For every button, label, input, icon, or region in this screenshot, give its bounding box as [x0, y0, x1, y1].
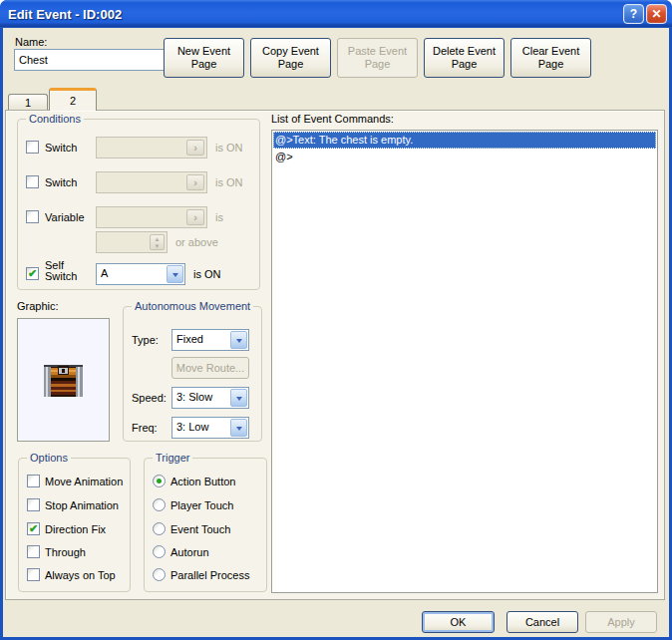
direction-fix-label: Direction Fix — [45, 523, 106, 535]
cancel-button[interactable]: Cancel — [506, 611, 578, 633]
event-touch-radio[interactable] — [153, 522, 166, 535]
help-button[interactable]: ? — [623, 4, 644, 24]
self-switch-label: Self Switch — [45, 260, 77, 282]
conditions-group-title: Conditions — [26, 113, 84, 125]
event-page-buttons: New Event PageCopy Event PagePaste Event… — [164, 38, 591, 78]
tab-label: 1 — [25, 97, 31, 109]
speed-label: Speed: — [132, 392, 167, 404]
chevron-down-icon — [172, 273, 178, 280]
through-label: Through — [45, 546, 86, 558]
parallel-process-radio[interactable] — [153, 568, 166, 581]
tab-page-1[interactable]: 1 — [8, 94, 48, 111]
clear-event-page-button[interactable]: Clear Event Page — [510, 38, 591, 78]
variable-amount-suffix: or above — [175, 236, 218, 248]
command-row[interactable]: @>Text: The chest is empty. — [273, 132, 656, 149]
autonomous-movement-group: Autonomous Movement Type: Fixed Move Rou… — [123, 306, 262, 442]
copy-event-page-button[interactable]: Copy Event Page — [250, 38, 331, 78]
player-touch-radio[interactable] — [153, 498, 166, 511]
spin-down-icon: ▼ — [155, 243, 161, 250]
freq-label: Freq: — [132, 422, 158, 434]
switch2-label: Switch — [45, 176, 77, 188]
options-group-title: Options — [27, 452, 71, 464]
event-name-input[interactable] — [14, 49, 167, 71]
switch2-field: › — [96, 171, 207, 193]
parallel-process-label: Parallel Process — [170, 569, 249, 581]
switch1-checkbox[interactable]: ✔ — [26, 141, 39, 154]
command-row[interactable]: @> — [273, 149, 656, 165]
variable-field: › — [96, 206, 207, 228]
self-switch-value: A — [101, 267, 108, 279]
action-button-label: Action Button — [170, 476, 235, 487]
close-icon: ✕ — [651, 7, 661, 21]
graphic-label: Graphic: — [17, 300, 59, 312]
combo-arrow-button[interactable] — [230, 419, 247, 437]
combo-arrow-button[interactable] — [230, 389, 247, 407]
trigger-group-title: Trigger — [153, 452, 192, 464]
chevron-down-icon — [236, 397, 242, 404]
autorun-radio[interactable] — [153, 545, 166, 558]
switch1-field: › — [96, 137, 207, 159]
variable-checkbox[interactable]: ✔ — [26, 210, 39, 223]
switch2-checkbox[interactable]: ✔ — [26, 175, 39, 188]
variable-label: Variable — [45, 211, 85, 223]
edit-event-dialog: Edit Event - ID:002 ? ✕ Name: New Event … — [0, 0, 672, 640]
combo-arrow-button[interactable] — [230, 331, 247, 349]
move-animation-checkbox[interactable]: ✔ — [27, 475, 40, 487]
variable-suffix: is — [215, 211, 223, 223]
switch2-lookup-button[interactable]: › — [186, 174, 204, 190]
delete-event-page-button[interactable]: Delete Event Page — [424, 38, 504, 78]
treasure-chest-sprite — [41, 358, 86, 403]
stop-animation-checkbox[interactable]: ✔ — [27, 498, 40, 511]
variable-amount-spinner: ▲▼ — [96, 231, 168, 253]
movement-group-title: Autonomous Movement — [132, 300, 253, 312]
always-on-top-label: Always on Top — [45, 569, 116, 581]
event-page-panel: Conditions ✔ Switch › is ON ✔ Switch › i… — [5, 110, 665, 600]
freq-select[interactable]: 3: Low — [171, 417, 249, 439]
move-route-button[interactable]: Move Route... — [171, 357, 249, 379]
type-label: Type: — [132, 334, 159, 346]
switch1-label: Switch — [45, 142, 77, 154]
switch1-lookup-button[interactable]: › — [186, 140, 204, 156]
new-event-page-button[interactable]: New Event Page — [164, 38, 244, 78]
switch2-suffix: is ON — [215, 176, 243, 188]
options-group: Options ✔Move Animation✔Stop Animation✔D… — [18, 458, 131, 592]
switch1-suffix: is ON — [215, 142, 243, 154]
event-commands-list[interactable]: @>Text: The chest is empty.@> — [271, 130, 658, 593]
self-switch-checkbox[interactable]: ✔ — [26, 267, 39, 280]
always-on-top-checkbox[interactable]: ✔ — [27, 568, 40, 581]
variable-lookup-button[interactable]: › — [186, 209, 204, 225]
tab-page-2[interactable]: 2 — [49, 88, 97, 111]
dialog-body: Name: New Event PageCopy Event PagePaste… — [3, 28, 669, 637]
apply-button[interactable]: Apply — [585, 611, 657, 633]
freq-value: 3: Low — [176, 421, 208, 433]
paste-event-page-button[interactable]: Paste Event Page — [337, 38, 418, 78]
move-animation-label: Move Animation — [45, 476, 123, 487]
tab-label: 2 — [70, 95, 76, 107]
spinner-buttons[interactable]: ▲▼ — [150, 234, 165, 250]
self-switch-suffix: is ON — [193, 268, 221, 280]
autorun-label: Autorun — [170, 546, 209, 558]
move-type-value: Fixed — [176, 333, 203, 345]
help-icon: ? — [630, 7, 637, 21]
speed-value: 3: Slow — [176, 391, 212, 403]
direction-fix-checkbox[interactable]: ✔ — [27, 522, 40, 535]
action-button-radio[interactable] — [153, 475, 166, 487]
self-switch-select[interactable]: A — [96, 263, 185, 285]
through-checkbox[interactable]: ✔ — [27, 545, 40, 558]
spin-up-icon: ▲ — [155, 236, 161, 243]
window-title: Edit Event - ID:002 — [0, 7, 122, 22]
stop-animation-label: Stop Animation — [45, 499, 119, 511]
chevron-down-icon — [236, 339, 242, 346]
conditions-group: Conditions ✔ Switch › is ON ✔ Switch › i… — [17, 119, 260, 290]
graphic-box[interactable] — [17, 318, 110, 442]
close-button[interactable]: ✕ — [646, 4, 667, 24]
move-type-select[interactable]: Fixed — [171, 329, 249, 351]
speed-select[interactable]: 3: Slow — [171, 387, 249, 409]
title-bar[interactable]: Edit Event - ID:002 ? ✕ — [0, 0, 672, 28]
commands-label: List of Event Commands: — [271, 113, 394, 125]
ok-button[interactable]: OK — [422, 611, 495, 633]
combo-arrow-button[interactable] — [167, 265, 183, 283]
chevron-down-icon — [236, 427, 242, 434]
name-label: Name: — [15, 36, 47, 48]
player-touch-label: Player Touch — [170, 499, 233, 511]
